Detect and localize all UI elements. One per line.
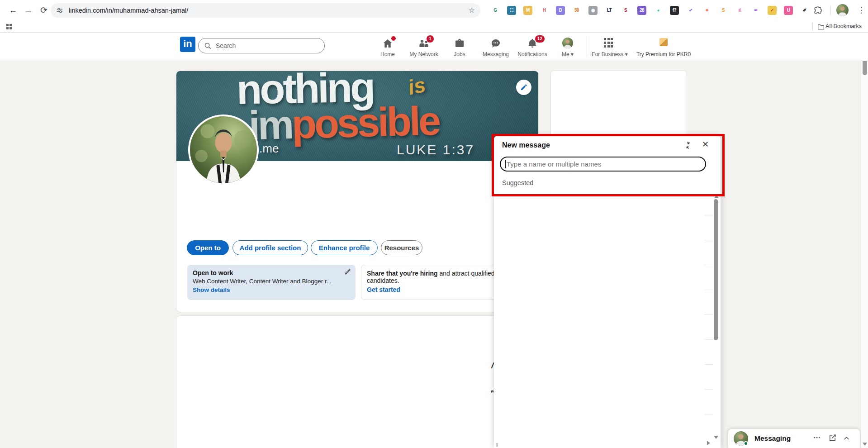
site-controls-icon[interactable]: [56, 7, 63, 16]
languagetool-extension-icon[interactable]: LT: [605, 6, 614, 15]
messaging-options-button[interactable]: ⋯: [813, 433, 821, 442]
nav-item-home[interactable]: Home: [370, 37, 406, 60]
edit-cover-button[interactable]: [516, 80, 531, 95]
screenshot-frame-extension-icon[interactable]: ⛶: [507, 6, 516, 15]
open-to-work-roles: Web Content Writer, Content Writer and B…: [193, 278, 350, 285]
orange-s-extension-icon[interactable]: S: [719, 6, 728, 15]
notifications-badge: 12: [535, 35, 545, 43]
open-to-button[interactable]: Open to: [187, 240, 229, 255]
list-separator: [705, 414, 713, 415]
hashtag-tool-extension-icon[interactable]: H: [540, 6, 549, 15]
ellipsis-icon: ⋯: [813, 434, 821, 441]
panel-scrollbar-thumb[interactable]: [714, 199, 718, 340]
occluded-text-fragment: /: [491, 361, 493, 371]
cover-word-is: is: [406, 72, 428, 100]
browser-toolbar: ← → ⟳ linkedin.com/in/muhammad-ahsan-jam…: [0, 0, 868, 21]
add-profile-section-button[interactable]: Add profile section: [232, 240, 308, 255]
enhance-profile-button[interactable]: Enhance profile: [311, 240, 378, 255]
nav-item-my-network[interactable]: 1 My Network: [406, 37, 442, 60]
collapse-button[interactable]: [683, 141, 693, 150]
profile-section-card: [176, 316, 538, 448]
linkedin-navbar: in Search Home 1 My Network Jobs: [0, 33, 868, 61]
recipient-input[interactable]: [500, 157, 706, 172]
new-message-title: New message: [502, 141, 550, 149]
teal-ring-extension-icon[interactable]: ◕: [654, 6, 663, 15]
occluded-text-fragment: e: [491, 388, 494, 395]
list-separator: [705, 389, 713, 390]
bookmark-star-icon[interactable]: ☆: [469, 6, 475, 14]
back-button[interactable]: ←: [6, 4, 20, 17]
text-caret: [505, 160, 506, 168]
show-details-link[interactable]: Show details: [193, 286, 230, 293]
hiring-bold-text: Share that you're hiring: [367, 270, 438, 277]
me-avatar: [562, 38, 573, 48]
nav-divider: [587, 36, 587, 57]
online-status-dot: [744, 441, 748, 446]
new-message-panel: New message ✕ Suggested: [494, 136, 721, 448]
home-icon: [370, 38, 406, 49]
camera-capture-extension-icon[interactable]: ◉: [588, 6, 598, 15]
refresh-button[interactable]: ⟳: [37, 4, 51, 17]
panel-scroll-right-arrow[interactable]: [707, 441, 710, 445]
open-to-work-card: Open to work Web Content Writer, Content…: [187, 265, 356, 300]
page-scrollbar[interactable]: [861, 28, 868, 448]
pencil-icon: [344, 268, 351, 275]
nav-item-try-premium[interactable]: Try Premium for PKR0: [625, 37, 702, 60]
purple-feather-extension-icon[interactable]: ✒: [751, 6, 760, 15]
pink-shield-u-extension-icon[interactable]: U: [784, 6, 793, 15]
home-badge-dot: [391, 36, 396, 41]
seoquake-extension-icon[interactable]: S: [621, 6, 630, 15]
search-input[interactable]: Search: [198, 38, 325, 53]
resources-button[interactable]: Resources: [381, 240, 422, 255]
fifty-badge-extension-icon[interactable]: 50: [572, 6, 581, 15]
list-separator: [705, 339, 713, 340]
list-separator: [705, 265, 713, 265]
nav-item-jobs[interactable]: Jobs: [441, 37, 478, 60]
panel-scroll-up-arrow[interactable]: [714, 195, 719, 198]
collapse-icon: [683, 141, 693, 150]
linkedin-logo[interactable]: in: [180, 37, 195, 52]
profile-photo[interactable]: [188, 114, 259, 185]
check-grid-extension-icon[interactable]: ✓: [768, 6, 777, 15]
toolbar-divider: [830, 6, 831, 15]
fliki-extension-icon[interactable]: f?: [670, 6, 679, 15]
panel-scroll-down-arrow[interactable]: [714, 436, 718, 439]
get-started-link[interactable]: Get started: [367, 286, 400, 293]
jobs-icon: [441, 38, 478, 49]
search-placeholder: Search: [216, 42, 236, 49]
nav-item-for-business[interactable]: For Business ▾: [591, 37, 629, 60]
purple-check-extension-icon[interactable]: ✔: [686, 6, 695, 15]
nav-item-me[interactable]: Me ▾: [550, 37, 586, 60]
extensions-puzzle-icon[interactable]: [813, 6, 822, 17]
forward-button[interactable]: →: [22, 4, 35, 17]
nav-item-messaging[interactable]: Messaging: [478, 37, 514, 60]
bookmarks-bar: All Bookmarks: [0, 21, 868, 33]
messaging-dock[interactable]: Messaging ⋯: [728, 429, 860, 448]
edit-open-to-work-button[interactable]: [344, 268, 351, 277]
apps-grid-icon[interactable]: [6, 24, 12, 29]
for-business-grid-icon: [604, 38, 614, 48]
all-bookmarks-button[interactable]: All Bookmarks: [825, 23, 862, 29]
url-bar[interactable]: linkedin.com/in/muhammad-ahsan-jamal/ ☆: [51, 3, 480, 18]
color-picker-extension-icon[interactable]: ✐: [800, 6, 809, 15]
tab-stack-extension-icon[interactable]: 28: [637, 6, 646, 15]
close-button[interactable]: ✕: [702, 139, 709, 149]
grammarly-extension-icon[interactable]: G: [491, 6, 500, 15]
forward-icon: →: [24, 5, 33, 15]
messaging-label: Messaging: [754, 434, 791, 443]
merriam-webster-extension-icon[interactable]: M: [523, 6, 532, 15]
page-scroll-down-arrow[interactable]: [863, 443, 867, 446]
chevron-down-icon: ▾: [571, 51, 574, 57]
browser-menu-button[interactable]: ⋮: [856, 4, 867, 17]
compose-message-button[interactable]: [829, 434, 836, 443]
dashlane-extension-icon[interactable]: D: [556, 6, 565, 15]
back-icon: ←: [9, 5, 18, 15]
orange-spark-extension-icon[interactable]: ✦: [702, 6, 711, 15]
collapse-dock-button[interactable]: [843, 435, 850, 443]
nav-label: Jobs: [441, 51, 478, 57]
nav-item-notifications[interactable]: 12 Notifications: [514, 37, 550, 60]
browser-profile-avatar[interactable]: [836, 4, 849, 16]
premium-icon: [659, 38, 668, 46]
analytics-bars-extension-icon[interactable]: ıl: [735, 6, 744, 15]
close-icon: ✕: [702, 140, 709, 149]
